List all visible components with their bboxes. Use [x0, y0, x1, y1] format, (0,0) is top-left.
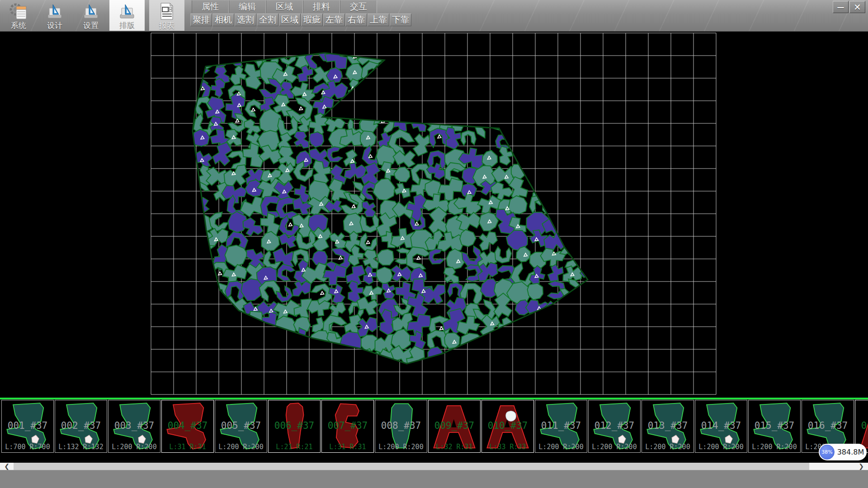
part-lr-count: L:200 R:200 — [695, 443, 747, 451]
toolbar-button-label: 设计 — [47, 21, 62, 30]
part-lr-count: L:200 R:200 — [535, 443, 587, 451]
ribbon-button-2[interactable]: 相机 — [212, 14, 234, 26]
ribbon-toolbar: 聚排相机选割全割区域瑕疵左靠右靠上靠下靠 — [190, 14, 411, 26]
part-thumbnail-4[interactable]: 004_#37 L:31 R:31 — [161, 400, 214, 453]
part-id-label: 001_#37 — [2, 420, 53, 431]
part-lr-count: L:33 R:33 — [482, 443, 533, 451]
scroll-left-arrow[interactable]: ❮ — [0, 463, 14, 470]
nesting-canvas[interactable] — [0, 32, 868, 399]
strip-separator-line — [0, 398, 868, 399]
ribbon-button-5[interactable]: 区域 — [279, 14, 301, 26]
part-id-label: 012_#37 — [589, 420, 640, 431]
parts-thumbnail-strip: 001_#37 L:700 R:700 002_#37 L:132 R:132 … — [0, 398, 868, 454]
memory-value-label: 384.8M — [835, 448, 867, 456]
part-id-label: 003_#37 — [108, 420, 160, 431]
part-lr-count: L:200 R:200 — [108, 443, 160, 451]
layout-ruler-icon — [118, 3, 137, 21]
system-gear-icon — [9, 3, 28, 21]
menubar: 属性编辑区域排料交互 — [192, 0, 377, 13]
part-id-label: 005_#37 — [215, 420, 267, 431]
part-thumbnail-1[interactable]: 001_#37 L:700 R:700 — [1, 400, 54, 453]
part-id-label: 008_#37 — [375, 420, 427, 431]
part-lr-count: L:200 R:200 — [375, 443, 427, 451]
part-thumbnail-14[interactable]: 014_#37 L:200 R:200 — [695, 400, 747, 453]
ribbon-button-1[interactable]: 聚排 — [190, 14, 212, 26]
part-thumbnail-9[interactable]: 009_#37 L:32 R:31 — [428, 400, 481, 453]
part-id-label: 006_#37 — [269, 420, 320, 431]
scrollbar-thumb[interactable] — [14, 463, 809, 470]
part-thumbnail-3[interactable]: 003_#37 L:200 R:200 — [108, 400, 160, 453]
part-id-label: 007_#37 — [322, 420, 373, 431]
close-button[interactable]: ✕ — [849, 1, 865, 13]
nested-pieces — [188, 43, 602, 373]
ribbon-button-3[interactable]: 选割 — [235, 14, 256, 26]
part-lr-count: L:200 R:200 — [749, 443, 800, 451]
status-bar — [0, 470, 868, 488]
part-lr-count: L:700 R:700 — [2, 443, 53, 451]
part-thumbnail-15[interactable]: 015_#37 L:200 R:200 — [748, 400, 801, 453]
main-toolbar: 系统 设计 设置 排版 报表 属性编辑区域排料交互 聚排相机选割全割区域瑕疵左靠… — [0, 0, 868, 32]
part-lr-count: L:132 R:132 — [55, 443, 107, 451]
part-id-label: 002_#37 — [55, 420, 107, 431]
toolbar-button-3[interactable]: 设置 — [73, 0, 108, 31]
part-id-label: 010_#37 — [482, 420, 533, 431]
window-controls: — ✕ — [833, 1, 865, 13]
toolbar-button-label: 设置 — [83, 21, 99, 30]
ribbon-button-6[interactable]: 瑕疵 — [301, 14, 323, 26]
part-lr-count: L:31 R:31 — [322, 443, 373, 451]
toolbar-button-label: 排版 — [119, 21, 135, 30]
ribbon-button-7[interactable]: 左靠 — [323, 14, 345, 26]
part-thumbnail-11[interactable]: 011_#37 L:200 R:200 — [535, 400, 587, 453]
scroll-right-arrow[interactable]: ❯ — [854, 463, 868, 470]
settings-ruler-icon — [81, 3, 100, 21]
part-id-label: 009_#37 — [429, 420, 480, 431]
part-lr-count: L:200 R:200 — [215, 443, 267, 451]
menu-item-1[interactable]: 属性 — [192, 0, 229, 13]
part-id-label: 011_#37 — [535, 420, 587, 431]
toolbar-button-5[interactable]: 报表 — [149, 0, 184, 31]
part-id-label: 015_#37 — [749, 420, 800, 431]
menu-item-3[interactable]: 区域 — [266, 0, 303, 13]
toolbar-button-2[interactable]: 设计 — [37, 0, 72, 31]
part-id-label: 004_#37 — [162, 420, 213, 431]
part-id-label: 014_#37 — [695, 420, 747, 431]
part-thumbnail-8[interactable]: 008_#37 L:200 R:200 — [375, 400, 427, 453]
menu-item-2[interactable]: 编辑 — [229, 0, 266, 13]
toolbar-button-label: 系统 — [11, 21, 26, 30]
menu-item-4[interactable]: 排料 — [303, 0, 340, 13]
part-thumbnail-2[interactable]: 002_#37 L:132 R:132 — [55, 400, 107, 453]
part-thumbnail-13[interactable]: 013_#37 L:200 R:200 — [642, 400, 694, 453]
part-thumbnail-10[interactable]: 010_#37 L:33 R:33 — [481, 400, 534, 453]
minimize-button[interactable]: — — [833, 1, 849, 13]
horizontal-scrollbar[interactable]: ❮ ❯ — [0, 463, 868, 470]
part-id-label: 017_#37 — [855, 420, 868, 431]
part-lr-count: L:31 R:31 — [162, 443, 213, 451]
part-lr-count: L:21 R:21 — [269, 443, 320, 451]
memory-usage-badge[interactable]: 38% 384.8M — [819, 444, 867, 460]
report-document-icon — [158, 2, 176, 21]
toolbar-button-1[interactable]: 系统 — [1, 0, 36, 31]
part-thumbnail-12[interactable]: 012_#37 L:200 R:200 — [588, 400, 641, 453]
part-thumbnail-5[interactable]: 005_#37 L:200 R:200 — [215, 400, 267, 453]
application-window: 系统 设计 设置 排版 报表 属性编辑区域排料交互 聚排相机选割全割区域瑕疵左靠… — [0, 0, 868, 488]
part-thumbnail-6[interactable]: 006_#37 L:21 R:21 — [268, 400, 321, 453]
part-lr-count: L:200 R:200 — [642, 443, 693, 451]
ribbon-button-8[interactable]: 右靠 — [345, 14, 367, 26]
part-id-label: 013_#37 — [642, 420, 693, 431]
ribbon-button-4[interactable]: 全割 — [257, 14, 278, 26]
toolbar-button-4[interactable]: 排版 — [109, 0, 145, 31]
toolbar-button-label: 报表 — [159, 21, 175, 30]
menu-item-5[interactable]: 交互 — [340, 0, 377, 13]
memory-percent-circle: 38% — [820, 445, 835, 460]
part-lr-count: L:200 R:200 — [589, 443, 640, 451]
design-ruler-icon — [45, 3, 64, 21]
part-thumbnail-7[interactable]: 007_#37 L:31 R:31 — [321, 400, 374, 453]
hide-nesting-drawing — [0, 32, 868, 399]
ribbon-button-9[interactable]: 上靠 — [368, 14, 389, 26]
ribbon-button-10[interactable]: 下靠 — [390, 14, 411, 26]
part-id-label: 016_#37 — [802, 420, 854, 431]
part-lr-count: L:32 R:31 — [429, 443, 480, 451]
